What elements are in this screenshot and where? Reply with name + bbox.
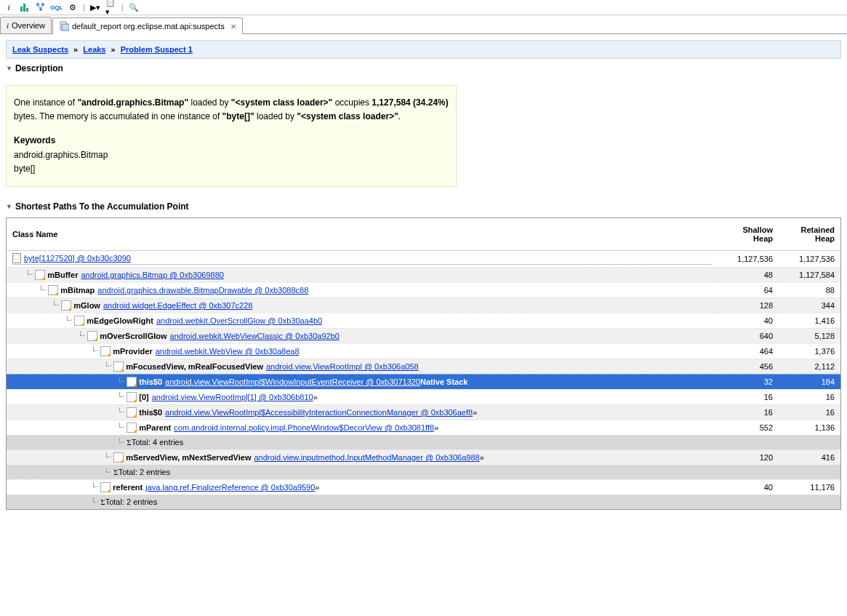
table-row[interactable]: ⬚byte[1127520] @ 0xb30c30901,127,5361,12… [7,250,840,267]
table-row[interactable]: └·mServedView, mNextServedViewandroid.vi… [7,449,840,465]
retained-heap: 11,176 [779,479,840,495]
field-name: mOverScrollGlow [100,332,166,340]
object-link[interactable]: android.view.inputmethod.InputMethodMana… [254,453,479,462]
object-link[interactable]: android.view.ViewRootImpl[1] @ 0xb306b81… [152,393,313,401]
section-title: Shortest Paths To the Accumulation Point [15,201,189,212]
retained-heap [779,435,840,449]
col-retained[interactable]: Retained Heap [779,218,840,251]
table-row[interactable]: └·mBitmapandroid.graphics.drawable.Bitma… [7,282,840,297]
section-title: Description [15,63,63,73]
tree-branch-icon: └· [39,285,47,295]
object-link[interactable]: android.webkit.WebViewClassic @ 0xb30a92… [170,332,340,340]
object-link[interactable]: android.view.ViewRootImpl$WindowInputEve… [165,377,420,386]
object-link[interactable]: android.widget.EdgeEffect @ 0xb307c228 [103,301,252,310]
svg-rect-2 [26,8,28,12]
tree-branch-icon: └· [104,468,112,477]
retained-heap: 16 [779,389,840,404]
keyword: android.graphics.Bitmap [14,148,449,162]
shallow-heap: 32 [717,374,779,389]
shallow-heap [717,495,779,509]
shallow-heap: 40 [717,313,779,328]
shallow-heap: 128 [717,297,779,313]
table-row[interactable]: └·Σ Total: 2 entries [7,495,840,509]
object-link[interactable]: byte[1127520] @ 0xb30c3090 [24,254,131,263]
svg-rect-1 [23,4,25,12]
shallow-heap: 120 [717,449,779,465]
info-icon[interactable]: i [3,1,15,13]
retained-heap: 1,127,584 [779,267,840,282]
twisty-icon: ▼ [6,203,12,210]
table-row[interactable]: └·referentjava.lang.ref.FinalizerReferen… [7,479,840,495]
field-name: mProvider [113,347,152,356]
content-area: Leak Suspects » Leaks » Problem Suspect … [0,34,847,516]
object-link[interactable]: android.view.ViewRootImpl$AccessibilityI… [165,408,473,417]
section-paths-header[interactable]: ▼ Shortest Paths To the Accumulation Poi… [6,201,841,212]
retained-heap: 1,136 [779,420,840,435]
svg-point-5 [39,8,42,11]
table-row[interactable]: └·this$0android.view.ViewRootImpl$Access… [7,404,840,420]
search-icon[interactable]: 🔍 [128,1,140,13]
tab-bar: i Overview default_report org.eclipse.ma… [0,17,847,34]
tab-overview[interactable]: i Overview [0,17,52,33]
close-icon[interactable]: ✕ [230,23,236,31]
tree-branch-icon: └· [91,497,99,507]
shallow-heap: 16 [717,389,779,404]
object-link[interactable]: java.lang.ref.FinalizerReference @ 0xb30… [145,483,315,492]
object-link[interactable]: android.view.ViewRootImpl @ 0xb306a058 [266,362,419,371]
object-link[interactable]: android.graphics.Bitmap @ 0xb3069880 [81,271,223,279]
table-row[interactable]: └·mOverScrollGlowandroid.webkit.WebViewC… [7,328,840,343]
object-link[interactable]: android.webkit.WebView @ 0xb30a8ea8 [156,347,300,356]
oql-icon[interactable]: OQL [51,1,63,13]
object-icon [113,452,124,463]
report-menu-icon[interactable]: 📋▾ [105,1,117,13]
table-row[interactable]: └·mBufferandroid.graphics.Bitmap @ 0xb30… [7,267,840,282]
run-icon[interactable]: ▶▾ [89,1,101,13]
tree-branch-icon: └· [78,331,86,340]
table-row[interactable]: └·mGlowandroid.widget.EdgeEffect @ 0xb30… [7,297,840,313]
field-name: mFocusedView, mRealFocusedView [126,362,263,371]
histogram-icon[interactable] [19,1,31,13]
retained-heap: 1,376 [779,343,840,359]
breadcrumb-leak-suspects[interactable]: Leak Suspects [12,45,68,54]
toolbar: i OQL ⚙ | ▶▾ 📋▾ | 🔍 [0,0,847,15]
svg-rect-7 [62,24,69,31]
info-icon: i [7,21,9,30]
table-row[interactable]: └·mFocusedView, mRealFocusedViewandroid.… [7,359,840,374]
tail-text: » [480,453,484,462]
tree-branch-icon: └· [117,407,125,417]
table-row[interactable]: └·this$0android.view.ViewRootImpl$Window… [7,374,840,389]
object-icon [61,300,71,311]
total-text: Total: 4 entries [132,438,184,447]
tail-text: Native Stack [420,377,467,386]
field-name: mServedView, mNextServedView [126,453,251,462]
table-row[interactable]: └·Σ Total: 4 entries [7,435,840,449]
array-icon: ⬚ [12,253,21,263]
table-row[interactable]: └·mEdgeGlowRightandroid.webkit.OverScrol… [7,313,840,328]
object-link[interactable]: android.webkit.OverScrollGlow @ 0xb30aa4… [156,316,322,325]
shallow-heap: 552 [717,420,779,435]
object-link[interactable]: android.graphics.drawable.BitmapDrawable… [97,286,308,295]
object-link[interactable]: com.android.internal.policy.impl.PhoneWi… [174,423,434,432]
shallow-heap: 48 [717,267,779,282]
tree-icon[interactable] [35,1,47,13]
gear-icon[interactable]: ⚙ [67,1,79,13]
table-header-row: Class Name Shallow Heap Retained Heap [7,218,840,251]
col-shallow[interactable]: Shallow Heap [717,218,779,251]
table-row[interactable]: └·mParentcom.android.internal.policy.imp… [7,420,840,435]
tree-branch-icon: └· [117,423,125,432]
field-name: [0] [139,393,148,401]
section-description-header[interactable]: ▼ Description [6,63,841,73]
table-row[interactable]: └·[0]android.view.ViewRootImpl[1] @ 0xb3… [7,389,840,404]
table-row[interactable]: └·Σ Total: 2 entries [7,465,840,479]
tree-branch-icon: └· [117,392,125,401]
col-classname[interactable]: Class Name [7,218,717,251]
retained-heap: 1,416 [779,313,840,328]
tree-branch-icon: └· [117,438,125,447]
tree-branch-icon: └· [91,482,99,492]
breadcrumb-problem-suspect[interactable]: Problem Suspect 1 [121,45,193,54]
object-icon [87,331,97,341]
table-row[interactable]: └·mProviderandroid.webkit.WebView @ 0xb3… [7,343,840,359]
field-name: this$0 [139,408,162,417]
breadcrumb-leaks[interactable]: Leaks [83,45,105,54]
tab-report[interactable]: default_report org.eclipse.mat.api:suspe… [52,17,243,34]
